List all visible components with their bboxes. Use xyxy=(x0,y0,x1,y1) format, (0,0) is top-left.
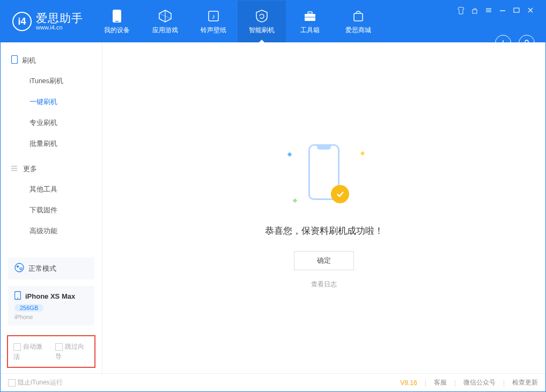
ok-button[interactable]: 确定 xyxy=(294,251,354,270)
tab-toolbox[interactable]: 工具箱 xyxy=(286,1,334,42)
svg-rect-10 xyxy=(354,13,363,21)
app-url: www.i4.cn xyxy=(36,25,83,31)
device-phone-icon xyxy=(14,291,21,301)
sidebar-group-flash: 刷机 iTunes刷机 一键刷机 专业刷机 批量刷机 xyxy=(1,50,102,154)
toolbox-icon xyxy=(303,9,317,24)
device-capacity: 256GB xyxy=(14,304,43,312)
skip-guide-checkbox[interactable]: 跳过向导 xyxy=(55,342,90,361)
mode-icon xyxy=(14,263,24,274)
close-button[interactable] xyxy=(525,5,536,16)
sidebar-item-pro-flash[interactable]: 专业刷机 xyxy=(1,113,102,134)
success-illustration xyxy=(284,144,364,209)
minimize-button[interactable] xyxy=(497,5,508,16)
tab-my-device[interactable]: 我的设备 xyxy=(93,1,141,42)
view-log-link[interactable]: 查看日志 xyxy=(311,280,337,289)
maximize-button[interactable] xyxy=(511,5,522,16)
success-message: 恭喜您，保资料刷机成功啦！ xyxy=(265,225,383,237)
main-panel: 恭喜您，保资料刷机成功啦！ 确定 查看日志 xyxy=(102,42,545,373)
tab-store[interactable]: 爱思商城 xyxy=(334,1,382,42)
phone-icon xyxy=(112,9,122,24)
group-title-flash: 刷机 xyxy=(1,50,102,71)
device-card[interactable]: iPhone XS Max 256GB iPhone xyxy=(8,286,94,326)
app-logo-icon: i4 xyxy=(12,12,32,31)
svg-point-25 xyxy=(15,263,24,272)
lock-icon[interactable] xyxy=(469,5,480,16)
menu-icon[interactable] xyxy=(483,5,494,16)
version-label: V8.16 xyxy=(400,379,417,387)
sidebar-group-more: 更多 其他工具 下载固件 高级功能 xyxy=(1,159,102,242)
refresh-shield-icon xyxy=(255,9,269,24)
options-highlight: 自动激活 跳过向导 xyxy=(7,335,95,368)
phone-small-icon xyxy=(11,55,18,65)
sidebar-item-download-fw[interactable]: 下载固件 xyxy=(1,200,102,221)
app-name: 爱思助手 xyxy=(36,12,83,24)
svg-rect-11 xyxy=(473,10,477,13)
window-controls xyxy=(450,1,541,20)
tab-apps[interactable]: 应用游戏 xyxy=(141,1,189,42)
stop-itunes-checkbox[interactable]: 阻止iTunes运行 xyxy=(8,378,63,387)
svg-rect-1 xyxy=(115,21,119,22)
list-icon xyxy=(11,165,19,173)
music-icon: ♪ xyxy=(207,9,220,24)
mode-card[interactable]: 正常模式 xyxy=(8,257,94,279)
group-title-more: 更多 xyxy=(1,159,102,179)
tab-ringtones[interactable]: ♪ 铃声壁纸 xyxy=(189,1,238,42)
bag-icon xyxy=(352,9,365,24)
titlebar: i4 爱思助手 www.i4.cn 我的设备 应用游戏 ♪ 铃声壁纸 智能刷机 xyxy=(1,1,545,42)
svg-rect-21 xyxy=(12,56,18,64)
svg-rect-8 xyxy=(308,12,312,14)
svg-text:♪: ♪ xyxy=(212,12,216,20)
svg-rect-16 xyxy=(514,8,519,12)
check-update-link[interactable]: 检查更新 xyxy=(512,378,538,387)
svg-rect-0 xyxy=(113,10,121,23)
cube-icon xyxy=(158,9,172,24)
svg-point-27 xyxy=(20,268,22,270)
device-name: iPhone XS Max xyxy=(25,292,75,300)
nav-tabs: 我的设备 应用游戏 ♪ 铃声壁纸 智能刷机 工具箱 爱思商城 xyxy=(93,1,382,42)
sidebar-item-oneclick-flash[interactable]: 一键刷机 xyxy=(1,92,102,113)
mode-label: 正常模式 xyxy=(28,264,56,273)
tab-flash[interactable]: 智能刷机 xyxy=(238,1,286,42)
logo-text: 爱思助手 www.i4.cn xyxy=(36,12,83,31)
body: 刷机 iTunes刷机 一键刷机 专业刷机 批量刷机 更多 其他工具 下载固件 … xyxy=(1,42,545,373)
svg-point-26 xyxy=(17,265,19,268)
wechat-link[interactable]: 微信公众号 xyxy=(463,378,496,387)
check-badge-icon xyxy=(331,185,349,203)
sidebar: 刷机 iTunes刷机 一键刷机 专业刷机 批量刷机 更多 其他工具 下载固件 … xyxy=(1,42,102,373)
sidebar-item-advanced[interactable]: 高级功能 xyxy=(1,221,102,242)
sidebar-item-batch-flash[interactable]: 批量刷机 xyxy=(1,134,102,154)
logo-area: i4 爱思助手 www.i4.cn xyxy=(1,1,93,42)
svg-point-29 xyxy=(17,298,18,299)
device-type: iPhone xyxy=(14,314,88,320)
shirt-icon[interactable] xyxy=(455,5,466,16)
sidebar-item-other-tools[interactable]: 其他工具 xyxy=(1,179,102,200)
app-window: i4 爱思助手 www.i4.cn 我的设备 应用游戏 ♪ 铃声壁纸 智能刷机 xyxy=(0,0,546,392)
support-link[interactable]: 客服 xyxy=(434,378,447,387)
statusbar: 阻止iTunes运行 V8.16 | 客服 | 微信公众号 | 检查更新 xyxy=(1,373,545,391)
sidebar-item-itunes-flash[interactable]: iTunes刷机 xyxy=(1,71,102,92)
auto-activate-checkbox[interactable]: 自动激活 xyxy=(13,342,48,361)
